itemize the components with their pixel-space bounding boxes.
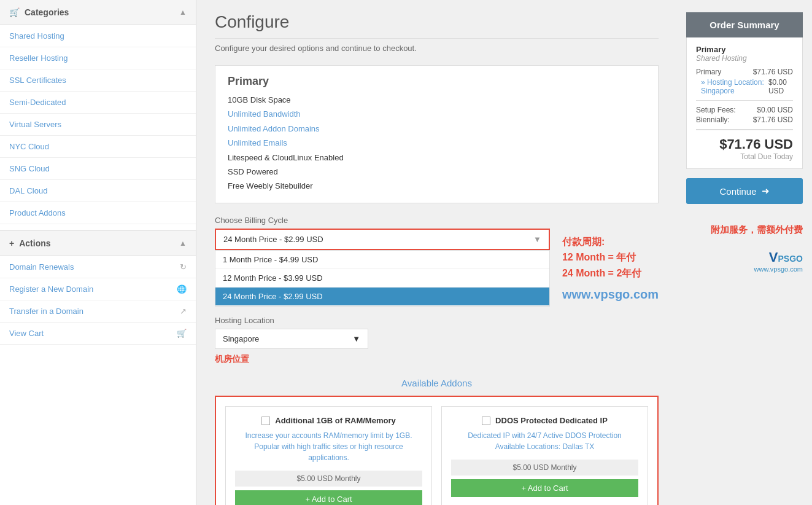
- sidebar-item-nyc-cloud[interactable]: NYC Cloud: [0, 136, 196, 158]
- primary-feature-bandwidth: Unlimited Bandwidth: [228, 107, 646, 121]
- order-total-amount: $71.76 USD: [696, 136, 793, 152]
- addon-ram-add-button[interactable]: + Add to Cart: [235, 490, 422, 505]
- sidebar-item-dal-cloud[interactable]: DAL Cloud: [0, 180, 196, 202]
- addon-ddos-title: DDOS Protected Dedicated IP: [495, 416, 608, 425]
- collapse-arrow-icon[interactable]: ▲: [179, 8, 187, 17]
- hosting-location-annotation: 机房位置: [215, 352, 550, 366]
- billing-option-1month[interactable]: 1 Month Price - $4.99 USD: [215, 251, 549, 269]
- location-dropdown-arrow-icon: ▼: [352, 334, 360, 343]
- addons-title: Available Addons: [215, 378, 659, 388]
- annotation-line1: 付款周期:: [562, 234, 659, 250]
- addon-ddos-desc: Dedicated IP with 24/7 Active DDOS Prote…: [451, 430, 638, 452]
- addon-ddos-checkbox[interactable]: [482, 417, 490, 425]
- billing-section: Choose Billing Cycle 24 Month Price - $2…: [215, 216, 659, 366]
- order-product-sub: Shared Hosting: [696, 54, 793, 63]
- refresh-icon: ↻: [180, 262, 187, 272]
- primary-features-box: Primary 10GB Disk Space Unlimited Bandwi…: [215, 65, 659, 203]
- annotation-line2: 12 Month = 年付: [562, 249, 659, 265]
- right-annotation-area: 附加服务，需额外付费: [686, 222, 803, 237]
- globe-icon: 🌐: [177, 284, 187, 294]
- actions-title: + Actions: [9, 238, 51, 248]
- main-content: Configure Configure your desired options…: [196, 0, 677, 505]
- order-summary-header: Order Summary: [686, 12, 803, 37]
- annotation-line3: 24 Month = 2年付: [562, 265, 659, 281]
- actions-collapse-icon[interactable]: ▲: [179, 239, 187, 248]
- sidebar-action-register-domain[interactable]: Register a New Domain 🌐: [0, 278, 196, 300]
- plus-icon: +: [9, 238, 14, 248]
- addon-ddos-add-button[interactable]: + Add to Cart: [451, 479, 638, 497]
- billing-left: Choose Billing Cycle 24 Month Price - $2…: [215, 216, 550, 366]
- order-product-name: Primary: [696, 45, 793, 54]
- addons-grid: Additional 1GB of RAM/Memory Increase yo…: [225, 406, 648, 505]
- logo-area: VPSGO www.vpsgo.com: [686, 249, 803, 273]
- actions-section: + Actions ▲ Domain Renewals ↻ Register a…: [0, 230, 196, 345]
- addon-card-ram: Additional 1GB of RAM/Memory Increase yo…: [225, 406, 432, 505]
- primary-feature-ssd: SSD Powered: [228, 165, 646, 179]
- order-total: $71.76 USD Total Due Today: [696, 129, 793, 161]
- addon-card-ddos: DDOS Protected Dedicated IP Dedicated IP…: [441, 406, 648, 505]
- billing-option-24month[interactable]: 24 Month Price - $2.99 USD: [215, 288, 549, 306]
- billing-options-list: 1 Month Price - $4.99 USD 12 Month Price…: [215, 250, 550, 307]
- addon-ram-header: Additional 1GB of RAM/Memory: [235, 416, 422, 425]
- billing-selected[interactable]: 24 Month Price - $2.99 USD ▼: [215, 229, 550, 250]
- right-annotation: 附加服务，需额外付费: [686, 222, 803, 237]
- logo-vpsgo: VPSGO: [686, 249, 803, 265]
- sidebar-item-shared-hosting[interactable]: Shared Hosting: [0, 25, 196, 47]
- hosting-location-label: Hosting Location: [215, 316, 550, 325]
- primary-feature-diskspace: 10GB Disk Space: [228, 93, 646, 107]
- addons-container: Additional 1GB of RAM/Memory Increase yo…: [215, 396, 659, 505]
- primary-feature-weebly: Free Weebly Sitebuilder: [228, 179, 646, 193]
- primary-feature-litespeed: Litespeed & CloudLinux Enabled: [228, 151, 646, 165]
- order-divider: [696, 100, 793, 101]
- primary-feature-addon-domains: Unlimited Addon Domains: [228, 122, 646, 136]
- categories-title: 🛒 Categories: [9, 7, 69, 17]
- sidebar-item-ssl-certificates[interactable]: SSL Certificates: [0, 69, 196, 92]
- sidebar-item-sng-cloud[interactable]: SNG Cloud: [0, 158, 196, 180]
- sidebar-item-semi-dedicated[interactable]: Semi-Dedicated: [0, 92, 196, 114]
- right-panel: Order Summary Primary Shared Hosting Pri…: [677, 0, 812, 505]
- share-icon: ↗: [180, 307, 187, 316]
- sidebar-item-reseller-hosting[interactable]: Reseller Hosting: [0, 47, 196, 69]
- actions-header: + Actions ▲: [0, 230, 196, 256]
- primary-feature-emails: Unlimited Emails: [228, 136, 646, 150]
- addon-ram-checkbox[interactable]: [261, 417, 270, 425]
- billing-option-12month[interactable]: 12 Month Price - $3.99 USD: [215, 269, 549, 288]
- page-subtitle: Configure your desired options and conti…: [215, 44, 659, 53]
- continue-button[interactable]: Continue ➜: [686, 178, 803, 204]
- logo-v: V: [769, 249, 778, 265]
- sidebar-item-virtual-servers[interactable]: Virtual Servers: [0, 114, 196, 136]
- order-total-label: Total Due Today: [696, 152, 793, 161]
- dropdown-arrow-icon: ▼: [533, 235, 541, 244]
- sidebar: 🛒 Categories ▲ Shared Hosting Reseller H…: [0, 0, 196, 505]
- order-summary-body: Primary Shared Hosting Primary $71.76 US…: [686, 37, 803, 169]
- cart-icon: 🛒: [9, 7, 20, 17]
- categories-header: 🛒 Categories ▲: [0, 0, 196, 25]
- logo-url: www.vpsgo.com: [686, 265, 803, 273]
- order-biennially: Biennially: $71.76 USD: [696, 115, 793, 124]
- sidebar-action-view-cart[interactable]: View Cart 🛒: [0, 323, 196, 345]
- addons-section: Available Addons Additional 1GB of RAM/M…: [215, 378, 659, 505]
- watermark-text: www.vpsgo.com: [562, 288, 659, 302]
- addon-ram-desc: Increase your accounts RAM/memory limit …: [235, 430, 422, 463]
- order-line-primary: Primary $71.76 USD: [696, 68, 793, 76]
- hosting-location-section: Hosting Location Singapore ▼ 机房位置: [215, 316, 550, 366]
- cart-icon: 🛒: [177, 329, 187, 338]
- addon-ddos-header: DDOS Protected Dedicated IP: [451, 416, 638, 425]
- sidebar-item-product-addons[interactable]: Product Addons: [0, 202, 196, 224]
- billing-label: Choose Billing Cycle: [215, 216, 550, 225]
- arrow-right-icon: ➜: [762, 186, 770, 197]
- order-setup-fees: Setup Fees: $0.00 USD: [696, 106, 793, 114]
- primary-title: Primary: [228, 75, 646, 88]
- billing-dropdown-wrapper: 24 Month Price - $2.99 USD ▼ 1 Month Pri…: [215, 229, 550, 307]
- page-title: Configure: [215, 12, 659, 39]
- sidebar-action-transfer-domain[interactable]: Transfer in a Domain ↗: [0, 300, 196, 323]
- sidebar-categories-list: Shared Hosting Reseller Hosting SSL Cert…: [0, 25, 196, 224]
- order-line-location: » Hosting Location: Singapore $0.00 USD: [696, 78, 793, 95]
- addon-ddos-price: $5.00 USD Monthly: [451, 460, 638, 476]
- addon-ram-title: Additional 1GB of RAM/Memory: [275, 416, 395, 425]
- sidebar-action-domain-renewals[interactable]: Domain Renewals ↻: [0, 256, 196, 278]
- billing-annotation: 付款周期: 12 Month = 年付 24 Month = 2年付 www.v…: [562, 234, 659, 308]
- addon-ram-price: $5.00 USD Monthly: [235, 471, 422, 487]
- hosting-location-select[interactable]: Singapore ▼: [215, 329, 368, 349]
